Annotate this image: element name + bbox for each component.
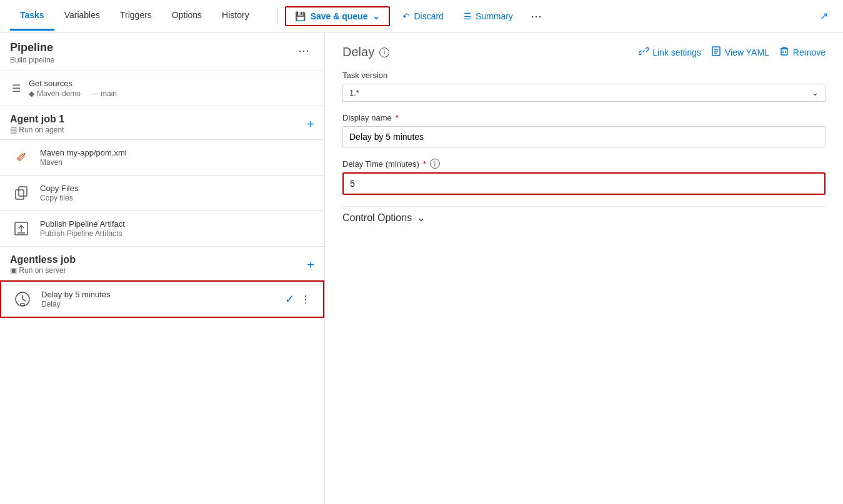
agentless-job-title: Agentless job	[10, 254, 76, 265]
copy-files-sub: Copy files	[40, 194, 78, 202]
publish-name: Publish Pipeline Artifact	[40, 219, 125, 229]
more-options-button[interactable]: ⋯	[526, 7, 547, 26]
delay-task-item[interactable]: Delay by 5 minutes Delay ✓ ⋮	[0, 280, 324, 318]
add-agent-job-1-button[interactable]: +	[307, 118, 314, 131]
top-nav: Tasks Variables Triggers Options History…	[0, 0, 843, 32]
repo-label: Maven-demo	[37, 89, 81, 98]
display-name-label: Display name *	[342, 113, 826, 122]
link-settings-button[interactable]: Link settings	[639, 46, 701, 58]
remove-button[interactable]: Remove	[779, 46, 826, 58]
agentless-job-subtitle: ▣ Run on server	[10, 266, 76, 275]
tab-tasks[interactable]: Tasks	[10, 1, 54, 31]
add-agentless-job-button[interactable]: +	[307, 259, 314, 271]
task-version-dropdown[interactable]: 1.* ⌄	[342, 84, 826, 102]
delay-task-name: Delay by 5 minutes	[41, 290, 111, 299]
maven-task-sub: Maven	[40, 158, 127, 167]
display-name-required: *	[396, 113, 399, 122]
version-chevron: ⌄	[812, 88, 819, 97]
server-icon: ▣	[10, 266, 17, 275]
summary-button[interactable]: ☰ Summary	[456, 7, 521, 25]
copy-files-info: Copy Files Copy files	[40, 184, 78, 202]
right-panel: Delay i Link settings	[325, 32, 843, 504]
main-layout: Pipeline Build pipeline ⋯ ☰ Get sources …	[0, 32, 843, 504]
delay-time-info-icon[interactable]: i	[430, 159, 440, 169]
branch-label: main	[101, 89, 117, 98]
publish-info: Publish Pipeline Artifact Publish Pipeli…	[40, 219, 125, 238]
link-settings-icon	[639, 46, 649, 58]
trash-icon	[779, 46, 789, 58]
top-actions: 💾 Save & queue ⌄ ↶ Discard ☰ Summary ⋯ ↗	[285, 6, 833, 26]
get-sources-info: Get sources ◆ Maven-demo ⸻ main	[29, 79, 117, 98]
nav-tabs: Tasks Variables Triggers Options History	[10, 1, 259, 31]
get-sources-meta: ◆ Maven-demo ⸻ main	[29, 89, 117, 98]
summary-icon: ☰	[464, 11, 472, 21]
agent-job-1-info: Agent job 1 ▤ Run on agent	[10, 114, 64, 134]
delay-task-info: Delay by 5 minutes Delay	[41, 290, 111, 309]
get-sources-label: Get sources	[29, 79, 117, 88]
repo-icon: ◆	[29, 89, 34, 98]
svg-rect-0	[19, 187, 27, 196]
pipeline-subtitle: Build pipeline	[10, 56, 54, 64]
summary-label: Summary	[476, 11, 513, 21]
discard-label: Discard	[414, 11, 443, 21]
delay-time-input-wrap	[342, 172, 826, 195]
left-panel: Pipeline Build pipeline ⋯ ☰ Get sources …	[0, 32, 325, 504]
get-sources-item[interactable]: ☰ Get sources ◆ Maven-demo ⸻ main	[0, 71, 324, 106]
svg-rect-13	[781, 49, 787, 55]
expand-button[interactable]: ↗	[815, 7, 833, 24]
copy-files-icon	[10, 182, 32, 204]
display-name-group: Display name *	[342, 113, 826, 147]
maven-task-name: Maven my-app/pom.xml	[40, 148, 127, 157]
publish-task-item[interactable]: Publish Pipeline Artifact Publish Pipeli…	[0, 211, 324, 247]
chevron-down-icon: ⌄	[372, 11, 380, 21]
delay-task-ellipsis-button[interactable]: ⋮	[298, 292, 313, 307]
publish-icon	[10, 217, 32, 240]
tab-options[interactable]: Options	[162, 1, 212, 31]
pipeline-title: Pipeline	[10, 41, 54, 54]
control-options-chevron: ⌄	[417, 212, 425, 224]
delay-time-group: Delay Time (minutes) * i	[342, 159, 826, 195]
save-queue-button[interactable]: 💾 Save & queue ⌄	[285, 6, 391, 26]
discard-button[interactable]: ↶ Discard	[395, 7, 451, 25]
save-icon: 💾	[295, 11, 306, 21]
nav-divider	[277, 7, 277, 25]
maven-task-item[interactable]: ✐ Maven my-app/pom.xml Maven	[0, 140, 324, 175]
yaml-icon	[711, 46, 721, 58]
display-name-input[interactable]	[342, 126, 826, 147]
delay-task-sub: Delay	[41, 300, 111, 309]
delay-icon	[11, 288, 34, 310]
maven-icon: ✐	[10, 146, 32, 169]
copy-files-name: Copy Files	[40, 184, 78, 193]
remove-label: Remove	[793, 47, 826, 57]
control-options-header[interactable]: Control Options ⌄	[342, 206, 826, 224]
view-yaml-button[interactable]: View YAML	[711, 46, 769, 58]
task-detail-title-text: Delay	[342, 45, 374, 59]
svg-rect-8	[21, 304, 24, 305]
agent-job-1-header: Agent job 1 ▤ Run on agent +	[0, 106, 324, 140]
pipeline-header: Pipeline Build pipeline ⋯	[0, 32, 324, 71]
agentless-job-info: Agentless job ▣ Run on server	[10, 254, 76, 275]
delay-info-icon[interactable]: i	[379, 47, 389, 57]
discard-icon: ↶	[402, 11, 410, 21]
delay-task-actions: ✓ ⋮	[285, 292, 313, 307]
save-queue-label: Save & queue	[311, 11, 368, 21]
agent-job-1-subtitle: ▤ Run on agent	[10, 126, 64, 134]
task-version-label: Task version	[342, 71, 826, 80]
tab-history[interactable]: History	[212, 1, 259, 31]
agent-icon: ▤	[10, 126, 17, 134]
repo-meta: ◆ Maven-demo	[29, 89, 81, 98]
agent-job-1-title: Agent job 1	[10, 114, 64, 125]
tab-variables[interactable]: Variables	[54, 1, 110, 31]
copy-files-task-item[interactable]: Copy Files Copy files	[0, 175, 324, 211]
publish-sub: Publish Pipeline Artifacts	[40, 229, 125, 238]
tab-triggers[interactable]: Triggers	[110, 1, 162, 31]
control-options-label: Control Options	[342, 212, 412, 224]
task-detail-header: Delay i Link settings	[342, 45, 826, 59]
delay-time-input[interactable]	[342, 172, 826, 195]
delay-time-required: *	[423, 159, 426, 169]
agentless-job-header: Agentless job ▣ Run on server +	[0, 247, 324, 280]
check-icon: ✓	[285, 292, 294, 306]
svg-rect-1	[16, 190, 24, 199]
get-sources-icon: ☰	[10, 82, 22, 94]
pipeline-more-button[interactable]: ⋯	[293, 41, 314, 60]
